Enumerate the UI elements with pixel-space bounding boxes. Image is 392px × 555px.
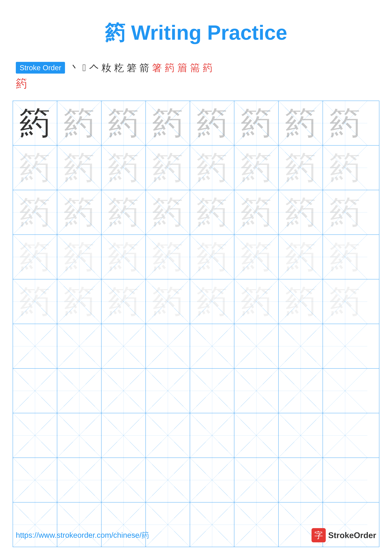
grid-cell-4-2[interactable]: 箹 xyxy=(57,235,101,279)
grid-cell-2-1[interactable]: 箹 xyxy=(13,146,57,190)
grid-cell-5-4[interactable]: 箹 xyxy=(146,279,190,324)
stroke-6: 箬 xyxy=(127,61,137,74)
grid-cell-3-2[interactable]: 箹 xyxy=(57,190,101,234)
footer-url[interactable]: https://www.strokeorder.com/chinese/箹 xyxy=(16,530,149,540)
char-display: 箹 xyxy=(64,241,95,273)
char-display: 箹 xyxy=(152,286,184,317)
grid-cell-1-2[interactable]: 箹 xyxy=(57,101,101,145)
char-display: 箹 xyxy=(241,152,272,183)
grid-row-4: 箹 箹 箹 箹 箹 箹 箹 箹 xyxy=(13,235,379,279)
grid-cell-6-5[interactable] xyxy=(190,324,234,368)
grid-cell-5-6[interactable]: 箹 xyxy=(234,279,279,324)
grid-cell-2-7[interactable]: 箹 xyxy=(279,146,323,190)
grid-cell-5-5[interactable]: 箹 xyxy=(190,279,234,324)
char-display: 箹 xyxy=(152,241,184,273)
grid-cell-8-1[interactable] xyxy=(13,413,57,458)
grid-row-7 xyxy=(13,369,379,413)
grid-cell-3-1[interactable]: 箹 xyxy=(13,190,57,234)
char-display: 箹 xyxy=(329,286,361,317)
grid-cell-2-4[interactable]: 箹 xyxy=(146,146,190,190)
grid-cell-1-4[interactable]: 箹 xyxy=(146,101,190,145)
grid-cell-6-8[interactable] xyxy=(323,324,367,368)
grid-cell-5-7[interactable]: 箹 xyxy=(279,279,323,324)
grid-cell-5-1[interactable]: 箹 xyxy=(13,279,57,324)
grid-cell-9-1[interactable] xyxy=(13,458,57,502)
grid-cell-9-7[interactable] xyxy=(279,458,323,502)
char-display: 箹 xyxy=(64,152,95,183)
char-display: 箹 xyxy=(285,241,316,273)
grid-cell-7-8[interactable] xyxy=(323,369,367,413)
char-display: 箹 xyxy=(285,197,316,228)
grid-cell-1-8[interactable]: 箹 xyxy=(323,101,367,145)
grid-cell-1-5[interactable]: 箹 xyxy=(190,101,234,145)
grid-cell-5-3[interactable]: 箹 xyxy=(101,279,146,324)
grid-cell-8-5[interactable] xyxy=(190,413,234,458)
grid-cell-2-8[interactable]: 箹 xyxy=(323,146,367,190)
stroke-8: 箸 xyxy=(152,61,162,74)
grid-cell-6-3[interactable] xyxy=(101,324,146,368)
grid-cell-1-3[interactable]: 箹 xyxy=(101,101,146,145)
grid-cell-2-6[interactable]: 箹 xyxy=(234,146,279,190)
grid-cell-1-7[interactable]: 箹 xyxy=(279,101,323,145)
char-display: 箹 xyxy=(196,107,228,139)
grid-cell-6-2[interactable] xyxy=(57,324,101,368)
grid-cell-4-8[interactable]: 箹 xyxy=(323,235,367,279)
grid-cell-2-5[interactable]: 箹 xyxy=(190,146,234,190)
grid-cell-7-3[interactable] xyxy=(101,369,146,413)
grid-cell-5-8[interactable]: 箹 xyxy=(323,279,367,324)
grid-cell-6-4[interactable] xyxy=(146,324,190,368)
grid-cell-9-8[interactable] xyxy=(323,458,367,502)
grid-cell-8-4[interactable] xyxy=(146,413,190,458)
grid-cell-4-6[interactable]: 箹 xyxy=(234,235,279,279)
grid-cell-7-4[interactable] xyxy=(146,369,190,413)
final-char-display: 箹 xyxy=(16,77,27,90)
logo-icon: 字 xyxy=(312,528,326,542)
stroke-7: 箭 xyxy=(139,61,149,74)
grid-cell-8-7[interactable] xyxy=(279,413,323,458)
grid-cell-9-5[interactable] xyxy=(190,458,234,502)
grid-cell-2-2[interactable]: 箹 xyxy=(57,146,101,190)
grid-cell-9-3[interactable] xyxy=(101,458,146,502)
grid-cell-1-6[interactable]: 箹 xyxy=(234,101,279,145)
char-display: 箹 xyxy=(241,107,272,139)
grid-cell-7-6[interactable] xyxy=(234,369,279,413)
grid-cell-3-4[interactable]: 箹 xyxy=(146,190,190,234)
grid-cell-7-5[interactable] xyxy=(190,369,234,413)
char-display: 箹 xyxy=(285,152,316,183)
grid-cell-6-6[interactable] xyxy=(234,324,279,368)
grid-cell-9-6[interactable] xyxy=(234,458,279,502)
grid-cell-8-3[interactable] xyxy=(101,413,146,458)
char-display: 箹 xyxy=(329,152,361,183)
grid-cell-4-3[interactable]: 箹 xyxy=(101,235,146,279)
grid-cell-3-3[interactable]: 箹 xyxy=(101,190,146,234)
grid-cell-8-2[interactable] xyxy=(57,413,101,458)
grid-cell-4-5[interactable]: 箹 xyxy=(190,235,234,279)
grid-cell-4-1[interactable]: 箹 xyxy=(13,235,57,279)
grid-cell-6-7[interactable] xyxy=(279,324,323,368)
grid-cell-6-1[interactable] xyxy=(13,324,57,368)
stroke-9: 箹 xyxy=(165,61,175,74)
char-display: 箹 xyxy=(108,241,139,273)
char-display: 箹 xyxy=(329,107,361,139)
char-display: 箹 xyxy=(329,241,361,273)
grid-cell-4-7[interactable]: 箹 xyxy=(279,235,323,279)
footer-logo: 字 StrokeOrder xyxy=(312,528,376,542)
grid-cell-3-5[interactable]: 箹 xyxy=(190,190,234,234)
grid-cell-3-8[interactable]: 箹 xyxy=(323,190,367,234)
grid-cell-3-6[interactable]: 箹 xyxy=(234,190,279,234)
practice-grid: 箹 箹 箹 箹 箹 箹 箹 箹 xyxy=(13,101,379,547)
grid-cell-9-4[interactable] xyxy=(146,458,190,502)
char-display: 箹 xyxy=(285,107,316,139)
grid-cell-8-8[interactable] xyxy=(323,413,367,458)
grid-cell-3-7[interactable]: 箹 xyxy=(279,190,323,234)
grid-cell-7-7[interactable] xyxy=(279,369,323,413)
grid-cell-5-2[interactable]: 箹 xyxy=(57,279,101,324)
grid-cell-1-1[interactable]: 箹 xyxy=(13,101,57,145)
grid-cell-4-4[interactable]: 箹 xyxy=(146,235,190,279)
grid-cell-7-1[interactable] xyxy=(13,369,57,413)
stroke-order-badge: Stroke Order xyxy=(16,62,65,73)
grid-cell-9-2[interactable] xyxy=(57,458,101,502)
grid-cell-8-6[interactable] xyxy=(234,413,279,458)
grid-cell-7-2[interactable] xyxy=(57,369,101,413)
grid-cell-2-3[interactable]: 箹 xyxy=(101,146,146,190)
